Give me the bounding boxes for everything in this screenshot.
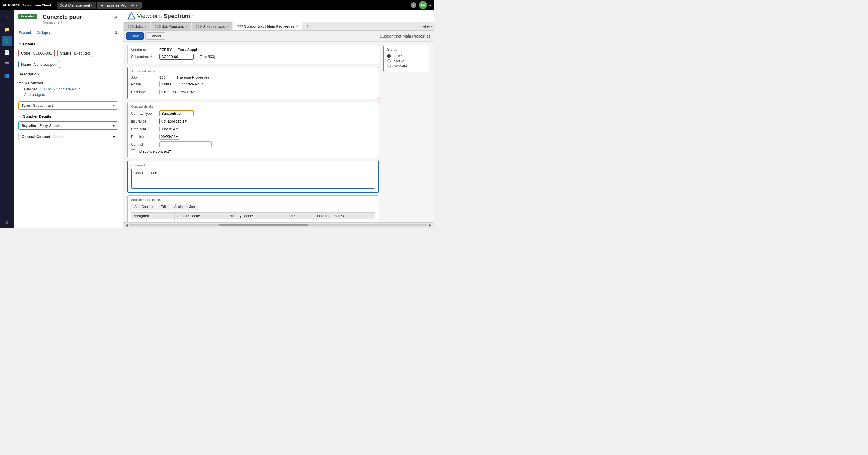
add-tab-button[interactable]: ＋ xyxy=(303,22,312,30)
col-logon: Logon? xyxy=(280,213,312,220)
main-contract-area: Main Contract Budget 3300-S - Concrete P… xyxy=(19,81,118,97)
tab-ccd-subcontracts[interactable]: CCD Subcontracts ✕ xyxy=(192,22,232,30)
status-complete-radio[interactable] xyxy=(387,65,391,68)
subcontract-input[interactable]: SC800-001 xyxy=(159,54,194,60)
sidebar-icon-list[interactable]: ☰ xyxy=(2,59,12,69)
status-complete-row: Complete xyxy=(387,64,426,68)
phase-row: Phase 3300 ▾ Concrete Pour xyxy=(131,81,375,87)
separator: | xyxy=(33,30,34,35)
tab-ccd-jobs[interactable]: CCD Jobs ✕ xyxy=(124,22,150,30)
top-bar-right: ? AA ▾ xyxy=(411,1,431,9)
sidebar-icon-people[interactable]: 👥 xyxy=(2,70,12,80)
code-status-row: Code SC800-001 Status Executed xyxy=(19,50,118,57)
unit-price-checkbox[interactable] xyxy=(131,150,135,153)
tab-nav-next-icon[interactable]: ▶ xyxy=(427,24,430,28)
vendor-code-value: FERRY xyxy=(159,47,172,52)
vp-logo-text: Viewpoint xyxy=(137,13,162,20)
comment-textarea[interactable]: Concrete pour xyxy=(131,169,375,189)
vp-content: Vendor code FERRY Ferry Supplies Subcont… xyxy=(123,42,434,222)
vp-header: Viewpoint Spectrum ™ xyxy=(123,10,434,22)
tab-nav-prev-icon[interactable]: ◀ xyxy=(423,24,426,28)
assign-to-job-button[interactable]: Assign to Job xyxy=(171,204,198,210)
insurance-value: Not applicable xyxy=(161,119,184,123)
subcontract-row: Subcontract # SC800-001 (Job 800) xyxy=(131,54,375,60)
details-section-header[interactable]: ▼ Details xyxy=(19,42,118,46)
date-issued-label: Date issued xyxy=(131,135,157,139)
help-icon[interactable]: ? xyxy=(411,2,416,8)
sidebar-icon-settings[interactable]: ⚙ xyxy=(2,217,12,228)
sidebar-icon-folder[interactable]: 📁 xyxy=(2,24,12,34)
cost-type-row: Cost type S ▾ SUBCONTRACT xyxy=(131,89,375,95)
cost-type-select[interactable]: S ▾ xyxy=(159,89,167,95)
status-inactive-label: Inactive xyxy=(392,59,404,63)
tab-main-close-icon[interactable]: ✕ xyxy=(296,24,299,28)
sidebar-icon-cost[interactable]: 💲 xyxy=(2,36,12,46)
comment-title: Comment xyxy=(131,164,375,167)
edit-contact-button[interactable]: Edit xyxy=(158,204,170,210)
name-row: Name Concrete pour xyxy=(19,61,118,68)
sidebar-icon-home[interactable]: ⌂ xyxy=(2,12,12,23)
settings-icon[interactable]: ⚙ xyxy=(115,30,118,35)
supplier-section-header[interactable]: ▼ Supplier Details xyxy=(19,114,118,119)
save-button[interactable]: Save xyxy=(126,32,144,40)
status-active-radio[interactable] xyxy=(387,54,391,58)
status-inactive-row: Inactive xyxy=(387,59,426,63)
date-issued-value: 09/23/24 xyxy=(161,135,175,139)
supplier-row[interactable]: Supplier Ferry Supplies ▾ xyxy=(19,121,118,130)
module-selector[interactable]: Cost Management ▾ xyxy=(57,2,96,9)
description-area: Description xyxy=(19,72,118,76)
sidebar-icon-docs[interactable]: 📄 xyxy=(2,47,12,57)
status-inactive-radio[interactable] xyxy=(387,59,391,63)
contact-input[interactable] xyxy=(159,141,212,148)
contract-type-input[interactable]: Subcontract xyxy=(159,110,194,117)
avatar-button[interactable]: AA xyxy=(419,1,427,9)
status-field: Status Executed xyxy=(57,50,92,57)
executed-badge: Executed xyxy=(19,14,37,19)
add-budgets-link[interactable]: Add budgets xyxy=(24,92,118,97)
tab-chevron-icon: ▾ xyxy=(136,3,138,7)
collapse-link[interactable]: Collapse xyxy=(36,30,51,35)
horizontal-scroll-track[interactable] xyxy=(129,224,428,226)
general-contact-select[interactable]: Select... xyxy=(53,135,110,139)
user-chevron-icon[interactable]: ▾ xyxy=(429,3,431,7)
subcontract-label: Subcontract # xyxy=(131,55,157,59)
date-issued-select[interactable]: 09/23/24 ▾ xyxy=(159,134,179,140)
budget-link[interactable]: 3300-S - Concrete Pour xyxy=(40,87,80,91)
horizontal-scroll-thumb[interactable] xyxy=(219,224,308,226)
scroll-right-btn[interactable]: ▶ xyxy=(429,223,432,227)
tab-subcontracts-prefix: CCD xyxy=(196,25,202,28)
scroll-left-btn[interactable]: ◀ xyxy=(125,223,128,227)
type-select-row[interactable]: Type Subcontract ▾ xyxy=(19,101,118,109)
add-contact-button[interactable]: Add Contact xyxy=(131,204,156,210)
tab-subcontracts-close-icon[interactable]: ✕ xyxy=(226,25,228,28)
cost-type-value: S xyxy=(161,90,163,94)
expand-link[interactable]: Expand xyxy=(19,30,31,35)
date-sent-select[interactable]: 09/23/24 ▾ xyxy=(159,126,179,132)
type-dropdown-icon: ▾ xyxy=(113,103,115,107)
tab-main-label: Subcontract Main Properties xyxy=(244,24,295,28)
insurance-row: Insurance Not applicable ▾ xyxy=(131,118,375,124)
cancel-button[interactable]: Cancel xyxy=(145,32,165,40)
contacts-title: Subcontract contacts xyxy=(131,198,375,201)
tab-ccd-subcontract-main[interactable]: CCD Subcontract Main Properties ✕ xyxy=(233,22,302,30)
project-tab[interactable]: ◀ Traverse Pro... ⊕ ▾ xyxy=(97,2,141,9)
close-button[interactable]: ✕ xyxy=(114,14,118,21)
vp-logo: Viewpoint Spectrum ™ xyxy=(127,12,195,20)
app-logo: AUTODESK Construction Cloud xyxy=(3,3,51,7)
cost-type-label: Cost type xyxy=(131,90,157,94)
tab-jobs-close-icon[interactable]: ✕ xyxy=(144,25,147,28)
tab-ccd-job-contacts[interactable]: CCD Job Contacts ✕ xyxy=(151,22,191,30)
tab-contacts-close-icon[interactable]: ✕ xyxy=(185,25,188,28)
cost-type-name: SUBCONTRACT xyxy=(173,90,197,94)
budget-area: Budget 3300-S - Concrete Pour Add budget… xyxy=(24,87,118,97)
vp-side-column: Status Active Inactive Complete xyxy=(383,45,429,219)
insurance-select[interactable]: Not applicable ▾ xyxy=(159,118,188,124)
col-assigned: Assigned... xyxy=(131,213,175,220)
status-section: Status Active Inactive Complete xyxy=(383,45,429,72)
phase-select[interactable]: 3300 ▾ xyxy=(159,81,173,87)
job-label: Job xyxy=(131,75,157,79)
header-content: Executed Concrete pour Commitment xyxy=(19,14,82,24)
tab-nav-menu-icon[interactable]: ▾ xyxy=(431,24,433,28)
date-sent-dropdown-icon: ▾ xyxy=(176,127,178,131)
tab-main-prefix: CCD xyxy=(237,25,243,28)
